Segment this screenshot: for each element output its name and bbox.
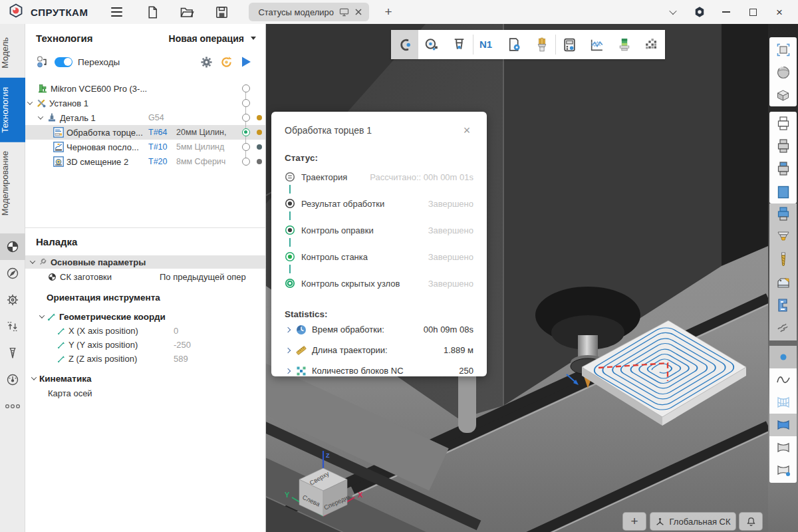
sidebar-tab-model[interactable]: Модель (0, 28, 25, 78)
show-machine-button[interactable] (769, 294, 797, 317)
show-fixture-button[interactable] (769, 271, 797, 294)
tree-label: 3D смещение 2 (65, 157, 148, 167)
tree-row-operation-face-milling[interactable]: Обработка торце... T#64 20мм Цилин, (25, 125, 265, 140)
more-tools-button[interactable] (0, 393, 25, 420)
result-stack-icon (775, 206, 791, 223)
open-file-button[interactable] (177, 3, 197, 21)
snap-magnet-button[interactable] (391, 30, 418, 59)
show-shaded-part-button[interactable] (769, 136, 797, 158)
window-close-button[interactable]: × (770, 3, 789, 21)
show-mesh-button[interactable] (769, 391, 797, 414)
show-workpiece-surface-button[interactable] (769, 459, 797, 481)
new-operation-dropdown[interactable]: Новая операция (169, 33, 256, 44)
new-operation-label: Новая операция (169, 33, 244, 44)
tree-row-operation-roughing[interactable]: Черновая посло... T#10 5мм Цилинд (25, 140, 265, 154)
settings-button[interactable] (0, 287, 25, 313)
sidebar-tab-technology[interactable]: Технология (0, 78, 25, 142)
status-node[interactable] (239, 125, 253, 140)
tree-row-machine[interactable]: Mikron VCE600 Pro (3-... (25, 81, 265, 96)
tree-tag: T#64 (148, 128, 176, 137)
compass-button[interactable] (0, 260, 25, 287)
show-hatching-button[interactable] (769, 317, 797, 339)
add-cs-button[interactable]: + (622, 512, 646, 531)
stat-nc-blocks[interactable]: Количество блоков NC 250 (285, 360, 473, 381)
show-curves-button[interactable] (769, 368, 797, 391)
show-part-workpiece-button[interactable] (769, 158, 797, 181)
status-node[interactable] (239, 140, 253, 154)
sidebar-tab-simulation[interactable]: Моделирование (0, 142, 25, 225)
titlebar-dropdown-button[interactable] (664, 3, 682, 21)
axes-limits-button[interactable] (0, 313, 25, 340)
notifications-button[interactable] (739, 512, 763, 531)
chevron-right-icon (285, 327, 291, 332)
show-wireframe-part-button[interactable] (769, 113, 797, 136)
3d-viewport[interactable]: Сверху Слева Спереди Y X Z N1 (266, 24, 768, 532)
tree-row-part[interactable]: Деталь 1 G54 (25, 110, 265, 125)
recalculate-button[interactable] (216, 53, 236, 70)
zoom-fit-button[interactable] (769, 39, 797, 61)
show-holder-button[interactable] (769, 226, 797, 249)
part-wireframe-icon (775, 116, 791, 133)
show-result-button[interactable] (769, 203, 797, 226)
axis-x-row[interactable]: X (X axis position) 0 (25, 324, 265, 338)
window-maximize-button[interactable] (743, 3, 762, 21)
axis-x-label: X (358, 491, 363, 499)
settings-hex-button[interactable] (690, 3, 709, 21)
wireframe-box-button[interactable] (769, 84, 797, 106)
main-parameters-group[interactable]: Основные параметры (25, 255, 265, 269)
operation-status-dialog: Обработка торцев 1 × Статус: Траектория … (271, 112, 487, 376)
workpiece-datum-button[interactable] (0, 233, 25, 260)
axis-value[interactable]: 0 (174, 326, 178, 336)
axis-value[interactable]: 589 (174, 354, 188, 364)
collapse-chevron-icon[interactable] (36, 116, 45, 120)
tooling-button[interactable] (528, 30, 555, 59)
tab-close-icon[interactable] (354, 8, 362, 16)
status-node[interactable] (239, 110, 253, 125)
axis-y-row[interactable]: Y (Y axis position) -250 (25, 338, 265, 352)
operation-properties-button[interactable] (501, 30, 528, 59)
show-points-button[interactable] (769, 346, 797, 368)
geometry-coords-group[interactable]: Геометрические коорди (25, 309, 265, 324)
tree-row-setup[interactable]: Установ 1 (25, 96, 265, 110)
document-tab[interactable]: Статусы моделиро (249, 3, 369, 21)
new-document-tab-button[interactable]: + (380, 5, 397, 19)
nc-blocks-button[interactable] (638, 30, 665, 59)
transitions-toggle[interactable] (55, 57, 72, 67)
stat-machining-time[interactable]: Время обработки: 00h 09m 08s (285, 319, 473, 340)
tree-row-operation-3d-offset[interactable]: 3D смещение 2 T#20 8мм Сферич (25, 154, 265, 169)
run-simulation-button[interactable] (236, 53, 256, 70)
save-button[interactable] (211, 3, 231, 21)
axis-z-row[interactable]: Z (Z axis position) 589 (25, 352, 265, 366)
measure-tape-button[interactable] (418, 30, 446, 59)
caliper-button[interactable] (446, 30, 473, 59)
tool-stack-button[interactable] (610, 30, 638, 59)
cs-value[interactable]: По предыдущей опер (160, 272, 265, 282)
workpiece-cs-row[interactable]: СК заготовки По предыдущей опер (25, 269, 265, 285)
calculator-button[interactable] (556, 30, 583, 59)
graphs-button[interactable] (583, 30, 610, 59)
window-minimize-button[interactable] (717, 3, 735, 21)
show-solids-button[interactable] (769, 436, 797, 459)
tool-button[interactable] (0, 340, 25, 366)
nc-code-button[interactable]: N1 (473, 30, 501, 59)
status-node[interactable] (239, 96, 253, 110)
new-file-button[interactable] (142, 3, 162, 21)
axis-value[interactable]: -250 (174, 340, 191, 350)
main-menu-button[interactable] (106, 3, 126, 21)
show-surfaces-button[interactable] (769, 414, 797, 436)
stat-path-length[interactable]: Длина траектории: 1.889 м (285, 340, 473, 360)
collapse-chevron-icon[interactable] (25, 101, 35, 105)
dialog-close-button[interactable]: × (460, 124, 473, 137)
status-node[interactable] (239, 81, 253, 96)
drill-icon (775, 251, 791, 269)
shaded-view-button[interactable] (769, 61, 797, 84)
status-node[interactable] (239, 154, 253, 169)
gauge-button[interactable] (0, 366, 25, 393)
show-workpiece-button[interactable] (769, 181, 797, 203)
axis-map-row[interactable]: Карта осей (25, 386, 265, 400)
global-cs-button[interactable]: Глобальная СК (650, 512, 736, 531)
kinematics-group[interactable]: Кинематика (25, 371, 265, 386)
operation-settings-button[interactable] (196, 53, 216, 70)
chevron-right-icon (285, 347, 291, 352)
show-tool-button[interactable] (769, 249, 797, 271)
